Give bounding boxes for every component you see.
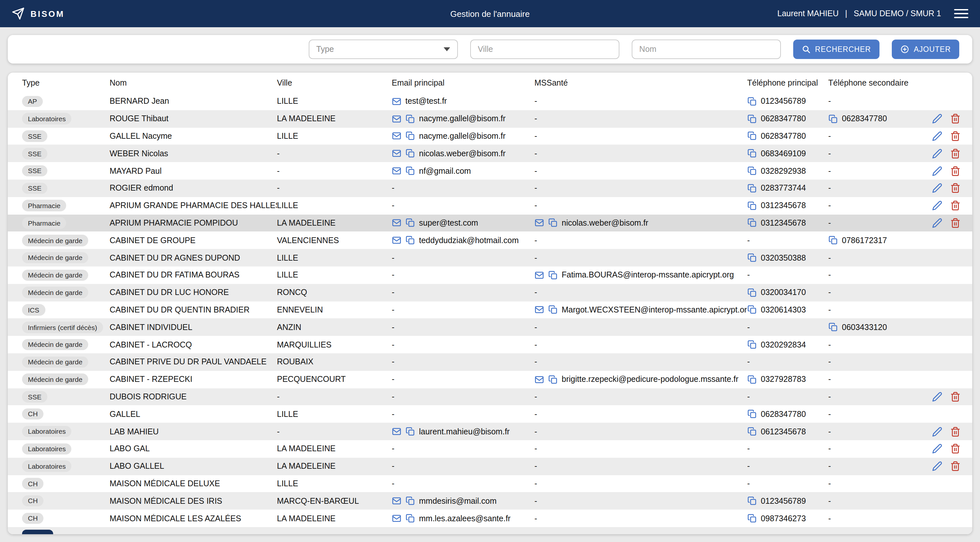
mail-icon[interactable] [392, 131, 401, 141]
ville-input[interactable] [470, 40, 619, 59]
delete-button[interactable] [950, 148, 961, 159]
copy-email-button[interactable] [406, 427, 415, 436]
copy-email-button[interactable] [548, 270, 558, 280]
copy-phone-button[interactable] [747, 253, 757, 262]
delete-button[interactable] [950, 392, 961, 402]
mail-icon[interactable] [535, 374, 544, 384]
edit-button[interactable] [932, 131, 942, 141]
table-row[interactable]: Médecin de gardeCABINET - RZEPECKIPECQUE… [8, 371, 972, 388]
edit-button[interactable] [932, 444, 942, 454]
copy-phone-button[interactable] [747, 340, 757, 350]
delete-button[interactable] [950, 113, 961, 124]
mail-icon[interactable] [535, 305, 544, 315]
table-row[interactable]: SSEDUBOIS RODRIGUE----- [8, 388, 972, 405]
edit-button[interactable] [932, 200, 942, 211]
edit-button[interactable] [932, 461, 942, 471]
delete-button[interactable] [950, 183, 961, 194]
mail-icon[interactable] [392, 149, 401, 159]
delete-button[interactable] [950, 166, 961, 176]
copy-phone-button[interactable] [747, 149, 757, 159]
delete-button[interactable] [950, 461, 961, 471]
copy-phone-button[interactable] [747, 409, 757, 419]
bisom-logo-icon[interactable] [12, 7, 25, 20]
mail-icon[interactable] [392, 427, 401, 436]
copy-email-button[interactable] [406, 513, 415, 523]
copy-phone-button[interactable] [747, 288, 757, 297]
copy-phone-button[interactable] [747, 496, 757, 506]
hamburger-menu-icon[interactable] [954, 9, 968, 19]
edit-button[interactable] [932, 426, 942, 437]
table-row[interactable]: CHMAISON MÉDICALE DES IRISMARCQ-EN-BARŒU… [8, 493, 972, 510]
edit-button[interactable] [932, 113, 942, 124]
copy-email-button[interactable] [548, 305, 558, 315]
copy-phone-button[interactable] [828, 114, 838, 124]
delete-button[interactable] [950, 218, 961, 228]
table-row[interactable]: Médecin de gardeCABINET - LACROCQMARQUIL… [8, 336, 972, 353]
copy-email-button[interactable] [406, 131, 415, 141]
copy-phone-button[interactable] [828, 323, 838, 332]
copy-phone-button[interactable] [747, 218, 757, 228]
copy-email-button[interactable] [406, 149, 415, 159]
mail-icon[interactable] [392, 513, 401, 523]
copy-phone-button[interactable] [747, 305, 757, 315]
copy-phone-button[interactable] [747, 427, 757, 436]
copy-email-button[interactable] [406, 218, 415, 228]
copy-phone-button[interactable] [747, 114, 757, 124]
copy-phone-button[interactable] [747, 201, 757, 210]
copy-email-button[interactable] [548, 218, 558, 228]
copy-email-button[interactable] [406, 114, 415, 124]
table-row[interactable]: PharmacieAPRIUM GRANDE PHARMACIE DES HAL… [8, 197, 972, 215]
mail-icon[interactable] [392, 97, 401, 106]
type-select[interactable]: Type [309, 40, 458, 59]
table-row[interactable]: SSEMAYARD Paul-nf@gmail.com-0328292938- [8, 162, 972, 180]
delete-button[interactable] [950, 444, 961, 454]
table-row[interactable]: Médecin de gardeCABINET DU DR FATIMA BOU… [8, 267, 972, 284]
copy-phone-button[interactable] [747, 97, 757, 106]
copy-phone-button[interactable] [747, 374, 757, 384]
table-row[interactable]: Médecin de gardeCABINET PRIVE DU DR PAUL… [8, 353, 972, 371]
table-row[interactable]: APBERNARD JeanLILLEtest@test.fr-01234567… [8, 93, 972, 110]
copy-phone-button[interactable] [747, 131, 757, 141]
delete-button[interactable] [950, 131, 961, 141]
copy-phone-button[interactable] [828, 236, 838, 245]
table-row[interactable]: LaboratoiresLAB MAHIEU-laurent.mahieu@bi… [8, 423, 972, 440]
edit-button[interactable] [932, 183, 942, 194]
table-row[interactable]: CHMAISON MÉDICALE DELUXELILLE---- [8, 475, 972, 493]
mail-icon[interactable] [392, 166, 401, 176]
mail-icon[interactable] [392, 236, 401, 245]
table-row[interactable]: Médecin de gardeCABINET DU DR LUC HONORE… [8, 284, 972, 302]
edit-button[interactable] [932, 392, 942, 402]
copy-phone-button[interactable] [747, 513, 757, 523]
table-row[interactable]: CHMAISON MÉDICALE LES AZALÉESLA MADELEIN… [8, 510, 972, 527]
add-button[interactable]: AJOUTER [892, 40, 959, 59]
search-button[interactable]: RECHERCHER [793, 40, 879, 59]
table-row[interactable]: Infirmiers (certif décès)CABINET INDIVID… [8, 319, 972, 336]
copy-phone-button[interactable] [747, 183, 757, 193]
table-row[interactable]: LaboratoiresROUGE ThibautLA MADELEINEnac… [8, 110, 972, 128]
edit-button[interactable] [932, 148, 942, 159]
copy-email-button[interactable] [406, 236, 415, 245]
copy-phone-button[interactable] [747, 166, 757, 176]
mail-icon[interactable] [535, 270, 544, 280]
mail-icon[interactable] [392, 114, 401, 124]
mail-icon[interactable] [392, 496, 401, 506]
edit-button[interactable] [932, 218, 942, 228]
copy-email-button[interactable] [406, 166, 415, 176]
table-row[interactable]: ICSCABINET DU DR QUENTIN BRADIERENNEVELI… [8, 301, 972, 319]
delete-button[interactable] [950, 426, 961, 437]
table-row[interactable]: Médecin de gardeCABINET DU DR AGNES DUPO… [8, 249, 972, 267]
table-row[interactable]: CHGALLELLILLE--0628347780- [8, 405, 972, 423]
delete-button[interactable] [950, 200, 961, 211]
table-row[interactable]: PharmacieAPRIUM PHARMACIE POMPIDOULA MAD… [8, 214, 972, 232]
edit-button[interactable] [932, 166, 942, 176]
table-row[interactable]: SSEROGIER edmond---0283773744- [8, 180, 972, 197]
table-row[interactable]: LaboratoiresLABO GALLA MADELEINE---- [8, 440, 972, 458]
nom-input[interactable] [632, 40, 781, 59]
table-row[interactable]: LaboratoiresLABO GALLELLA MADELEINE---- [8, 458, 972, 475]
copy-email-button[interactable] [406, 496, 415, 506]
mail-icon[interactable] [392, 218, 401, 228]
copy-email-button[interactable] [548, 374, 558, 384]
mail-icon[interactable] [535, 218, 544, 228]
table-row[interactable]: SSEWEBER Nicolas-nicolas.weber@bisom.fr-… [8, 145, 972, 162]
table-row[interactable]: Médecin de gardeCABINET DE GROUPEVALENCI… [8, 232, 972, 249]
